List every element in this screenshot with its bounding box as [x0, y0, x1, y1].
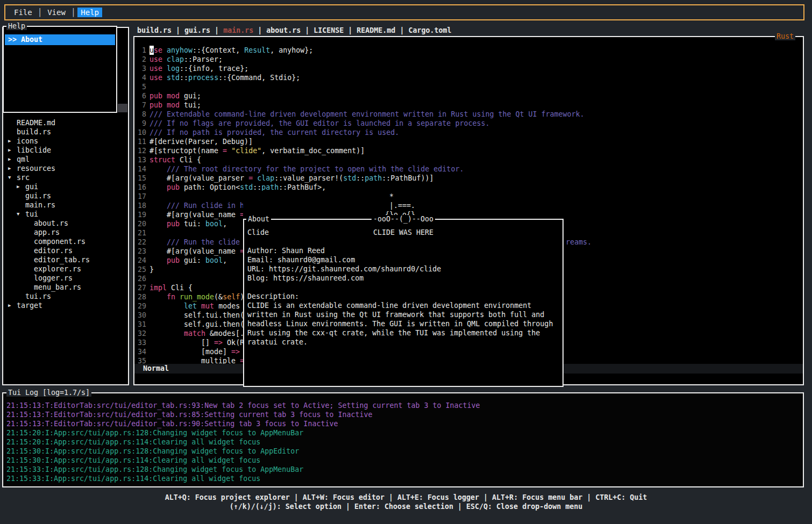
tree-item-app-rs[interactable]: app.rs	[3, 228, 127, 237]
line-number: 7	[136, 101, 146, 110]
tab-cargo-toml[interactable]: Cargo.toml	[408, 26, 451, 34]
tree-item-menu-bar-rs[interactable]: menu_bar.rs	[3, 283, 127, 292]
code-line: 14 /// The root directory for the projec…	[136, 164, 585, 174]
code-token: ,	[223, 219, 227, 228]
code-token: /// Extendable command-line driven devel…	[149, 110, 585, 119]
tree-item-src[interactable]: ▼src	[3, 173, 127, 182]
code-token: #[derive(Parser, Debug)]	[149, 137, 253, 146]
code-token: clap	[257, 174, 274, 183]
code-token	[162, 46, 167, 55]
tree-item-explorer-rs[interactable]: explorer.rs	[3, 264, 127, 274]
tree-item-icons[interactable]: ▶icons	[3, 137, 127, 146]
tab-separator: |	[215, 26, 219, 34]
code-token: ::value_parser!(	[274, 174, 343, 183]
tree-item-label: tui	[25, 210, 38, 219]
code-token: /// The root directory for the project t…	[149, 164, 464, 174]
code-token: std	[343, 174, 356, 183]
code-token: process	[188, 73, 218, 82]
tab-separator: |	[348, 26, 352, 34]
code-token: =>	[231, 347, 240, 356]
tree-item-readme-md[interactable]: README.md	[3, 118, 127, 127]
popup-title: About	[246, 215, 271, 223]
tree-item-label: build.rs	[17, 127, 51, 137]
menu-separator: │	[71, 8, 75, 17]
code-token: ::PathBuf))]	[382, 174, 433, 183]
tree-item-resources[interactable]: ▶resources	[3, 164, 127, 173]
code-token	[175, 292, 180, 302]
tree-item-tui[interactable]: ▼tui	[3, 210, 127, 219]
menu-item-view[interactable]: View	[44, 8, 69, 17]
tree-item-editor-tab-rs[interactable]: editor_tab.rs	[3, 255, 127, 264]
chevron-right-icon: ▶	[8, 164, 17, 173]
code-token: /// Run clide in h	[149, 201, 244, 210]
keybar-line-2: (↑/k)/(↓/j): Select option | Enter: Choo…	[0, 502, 812, 511]
code-token: self	[223, 292, 240, 302]
log-line: 21:15:20:I:App:src/tui/app.rs:128:Changi…	[6, 428, 480, 437]
line-number: 20	[136, 219, 146, 228]
tab-readme-md[interactable]: README.md	[357, 26, 395, 34]
tree-item-build-rs[interactable]: build.rs	[3, 127, 127, 137]
menu-item-file[interactable]: File	[11, 8, 35, 17]
line-number: 29	[136, 302, 146, 311]
tab-license[interactable]: LICENSE	[314, 26, 344, 34]
code-token: =>	[214, 338, 223, 347]
code-token: ::{Context,	[193, 46, 244, 55]
tree-item-label: tui.rs	[25, 292, 51, 301]
line-number: 27	[136, 283, 146, 292]
tree-item-component-rs[interactable]: component.rs	[3, 237, 127, 246]
code-token	[149, 302, 184, 311]
menu-item-help[interactable]: Help	[77, 8, 102, 17]
code-token: bool	[205, 256, 223, 265]
tree-item-label: src	[17, 173, 30, 182]
code-line: 9/// If no flags are provided, the GUI e…	[136, 119, 585, 128]
code-token: std	[167, 73, 180, 82]
code-token: , verbatim_doc_comment)]	[261, 146, 365, 155]
log-line: 21:15:30:I:App:src/tui/app.rs:128:Changi…	[6, 447, 480, 456]
code-token: []	[149, 338, 214, 347]
code-token: struct	[149, 155, 175, 164]
code-token	[162, 64, 167, 73]
code-token: path	[365, 174, 382, 183]
tab-build-rs[interactable]: build.rs	[137, 26, 172, 34]
tab-gui-rs[interactable]: gui.rs	[184, 26, 210, 34]
tree-item-libclide[interactable]: ▶libclide	[3, 146, 127, 155]
code-token: self.tui.then(	[149, 311, 244, 320]
code-token: tui;	[180, 101, 201, 110]
tree-item-label: editor_tab.rs	[34, 255, 90, 264]
clide-tui-screen: File│View│Help build.rs|gui.rs|main.rs|a…	[0, 0, 812, 524]
code-line: 2use clap::Parser;	[136, 55, 585, 64]
tree-item-label: app.rs	[34, 228, 60, 237]
tree-item-editor-rs[interactable]: editor.rs	[3, 246, 127, 255]
code-token: #[arg(value_name	[149, 247, 240, 256]
code-token: use	[149, 55, 162, 64]
code-token: u	[149, 46, 154, 55]
tree-item-main-rs[interactable]: main.rs	[3, 200, 127, 210]
tree-item-qml[interactable]: ▶qml	[3, 155, 127, 164]
tab-main-rs[interactable]: main.rs	[223, 26, 253, 34]
code-token	[149, 183, 167, 192]
code-token: use	[149, 73, 162, 82]
scrollbar-thumb[interactable]	[118, 104, 127, 112]
code-token: ::{info, trace};	[180, 64, 248, 73]
tree-item-gui-rs[interactable]: gui.rs	[3, 191, 127, 200]
code-token: mod	[167, 91, 180, 101]
chevron-right-icon: ▶	[17, 182, 25, 191]
tree-item-gui[interactable]: ▶gui	[3, 182, 127, 191]
line-number: 8	[136, 110, 146, 119]
tree-item-tui-rs[interactable]: tui.rs	[3, 292, 127, 301]
code-token	[149, 256, 167, 265]
tab-separator: |	[305, 26, 309, 34]
dropdown-item-about[interactable]: >> About	[5, 34, 115, 45]
language-badge: Rust	[775, 32, 795, 40]
line-number: 2	[136, 55, 146, 64]
line-number: 30	[136, 311, 146, 320]
tree-item-about-rs[interactable]: about.rs	[3, 219, 127, 228]
tab-about-rs[interactable]: about.rs	[266, 26, 301, 34]
tree-item-label: main.rs	[25, 200, 55, 210]
line-number: 25	[136, 265, 146, 274]
code-token: #[structopt(name	[149, 146, 223, 155]
tree-item-logger-rs[interactable]: logger.rs	[3, 274, 127, 283]
tree-item-target[interactable]: ▶target	[3, 301, 127, 310]
line-number: 15	[136, 174, 146, 183]
code-token: }	[149, 265, 154, 274]
